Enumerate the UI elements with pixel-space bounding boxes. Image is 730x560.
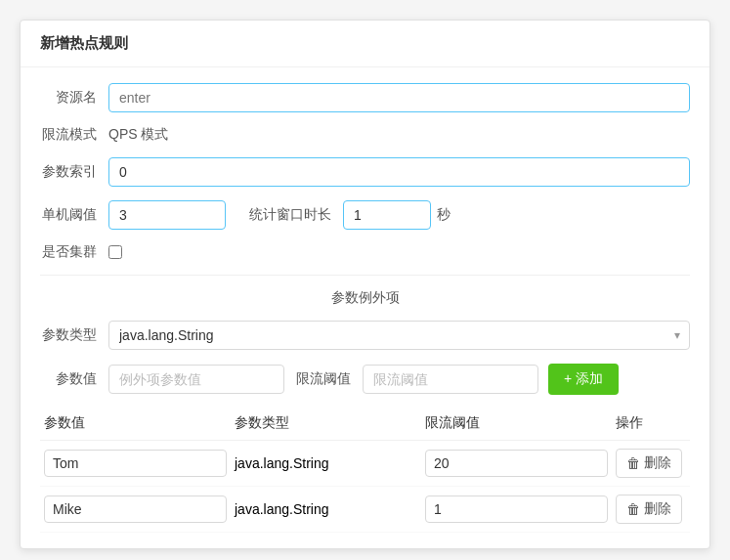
resource-name-label: 资源名 (40, 89, 108, 107)
param-index-label: 参数索引 (40, 163, 108, 181)
row-0-param-value-input[interactable] (44, 450, 227, 477)
limit-mode-value: QPS 模式 (108, 126, 168, 144)
cluster-row: 是否集群 (40, 243, 690, 261)
resource-name-input[interactable] (108, 83, 690, 112)
limit-threshold-label: 限流阈值 (296, 370, 351, 388)
row-0-param-type-text: java.lang.String (235, 455, 329, 471)
param-type-select-wrapper: java.lang.String int long float double b… (108, 321, 690, 350)
table-cell-param-type-1: java.lang.String (231, 501, 421, 517)
table-header-action: 操作 (612, 414, 690, 432)
dialog-body: 资源名 限流模式 QPS 模式 参数索引 单机阈值 统计窗口时长 秒 是否集群 … (21, 67, 709, 548)
param-value-label: 参数值 (40, 370, 108, 388)
row-0-limit-threshold-input[interactable] (425, 450, 608, 477)
trash-icon: 🗑 (626, 501, 640, 517)
param-index-row: 参数索引 (40, 157, 690, 187)
stat-window-unit: 秒 (437, 206, 451, 224)
table-cell-param-value-1 (40, 495, 231, 523)
param-index-input[interactable] (108, 157, 690, 187)
param-type-row: 参数类型 java.lang.String int long float dou… (40, 321, 690, 350)
cluster-label: 是否集群 (40, 243, 108, 261)
cluster-checkbox[interactable] (108, 245, 122, 259)
stat-window-input[interactable] (343, 200, 431, 230)
table-cell-param-value-0 (40, 450, 231, 477)
limit-threshold-input[interactable] (363, 365, 538, 394)
table-row: java.lang.String 🗑 删除 (40, 441, 690, 487)
row-1-delete-button[interactable]: 🗑 删除 (616, 495, 682, 524)
param-value-row: 参数值 限流阈值 + 添加 (40, 364, 690, 395)
single-threshold-label: 单机阈值 (40, 206, 108, 224)
param-type-label: 参数类型 (40, 326, 108, 344)
exception-section-title: 参数例外项 (40, 289, 690, 307)
param-type-select[interactable]: java.lang.String int long float double b… (108, 321, 690, 350)
row-1-param-value-input[interactable] (44, 495, 227, 523)
row-0-delete-button[interactable]: 🗑 删除 (616, 449, 682, 478)
table-row: java.lang.String 🗑 删除 (40, 487, 690, 533)
table-cell-limit-threshold-1 (421, 495, 612, 523)
add-button[interactable]: + 添加 (548, 364, 619, 395)
dialog-title: 新增热点规则 (21, 21, 709, 67)
table-header-limit-threshold: 限流阈值 (421, 414, 612, 432)
param-value-input[interactable] (108, 365, 284, 394)
dialog-container: 新增热点规则 资源名 限流模式 QPS 模式 参数索引 单机阈值 统计窗口时长 … (20, 20, 710, 549)
divider (40, 275, 690, 276)
resource-name-row: 资源名 (40, 83, 690, 112)
table-header-param-type: 参数类型 (231, 414, 421, 432)
table-header-param-value: 参数值 (40, 414, 231, 432)
table-header: 参数值 参数类型 限流阈值 操作 (40, 407, 690, 441)
limit-mode-label: 限流模式 (40, 126, 108, 144)
single-threshold-input[interactable] (108, 200, 226, 230)
stat-window-label: 统计窗口时长 (249, 206, 331, 224)
limit-mode-row: 限流模式 QPS 模式 (40, 126, 690, 144)
row-1-limit-threshold-input[interactable] (425, 495, 608, 523)
table-cell-limit-threshold-0 (421, 450, 612, 477)
table-cell-action-0: 🗑 删除 (612, 449, 690, 478)
row-1-param-type-text: java.lang.String (235, 501, 329, 517)
table-cell-param-type-0: java.lang.String (231, 455, 421, 471)
table-cell-action-1: 🗑 删除 (612, 495, 690, 524)
trash-icon: 🗑 (626, 455, 640, 471)
threshold-row: 单机阈值 统计窗口时长 秒 (40, 200, 690, 230)
